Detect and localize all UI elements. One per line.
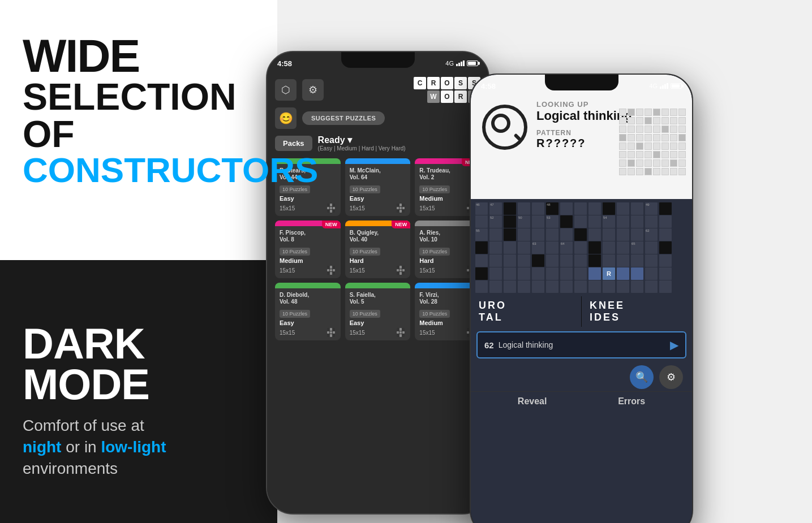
cw-cell-83 <box>659 267 672 280</box>
mini-cell-27 <box>645 134 652 141</box>
cw-cell-94 <box>617 280 629 293</box>
cw-cell-79: R <box>603 267 615 280</box>
mini-cell-2 <box>636 109 643 116</box>
cw-cell-70 <box>475 267 488 280</box>
cw-cell-61 <box>546 254 558 267</box>
crossword-number-grid: 46474849525053545562636465R <box>471 199 692 294</box>
cw-cell-16 <box>504 215 516 228</box>
smiley-icon[interactable]: 😊 <box>275 107 297 129</box>
cw-cell-71 <box>489 267 502 280</box>
cw-cell-34 <box>560 228 573 241</box>
cw-cell-67 <box>631 254 643 267</box>
cw-cell-10 <box>617 202 629 215</box>
mini-cell-49 <box>628 159 635 167</box>
mini-cell-26 <box>636 134 643 141</box>
puzzle-card-6[interactable]: D. Diebold, Vol. 4810 PuzzlesEasy15x15 <box>275 283 341 340</box>
mini-cell-62 <box>670 168 677 175</box>
cw-cell-25 <box>631 215 643 228</box>
puzzle-difficulty-0: Easy <box>280 195 336 202</box>
new-badge-4: NEW <box>392 221 410 228</box>
mini-cell-60 <box>653 168 660 175</box>
phones-container: 4:58 4G ⬡ <box>238 23 804 520</box>
phone2-status-icons: 4G <box>649 83 682 89</box>
mini-cell-61 <box>661 168 669 175</box>
headline-selection: SELECTION OF <box>23 78 260 153</box>
suggest-puzzles-button[interactable]: SUGGEST PUZZLES <box>302 111 385 125</box>
cw-cell-63 <box>574 254 587 267</box>
puzzle-card-1[interactable]: M. McClain, Vol. 6410 PuzzlesEasy15x15 <box>345 158 411 216</box>
puzzle-card-4[interactable]: NEWB. Quigley, Vol. 4010 PuzzlesHard15x1… <box>345 221 411 278</box>
exit-icon[interactable]: ⬡ <box>275 79 297 101</box>
puzzle-size-5: 15x15 <box>419 267 435 274</box>
mini-cell-37 <box>661 142 669 150</box>
mini-cell-57 <box>628 168 635 175</box>
cw-tile-c: C <box>414 77 426 89</box>
cw-cell-81 <box>631 267 643 280</box>
across-word-bottom: TAL <box>479 312 573 323</box>
cw-cell-50 <box>588 241 601 254</box>
clue-number: 62 <box>484 340 494 350</box>
dark-mode-section: DARK MODE Comfort of use at night or in … <box>23 323 260 479</box>
clue-arrow-icon: ▶ <box>670 338 678 352</box>
cw-cell-90 <box>560 280 573 293</box>
mini-cell-36 <box>653 142 660 150</box>
cw-cell-2 <box>504 202 516 215</box>
cw-cell-14 <box>475 215 488 228</box>
puzzle-card-7[interactable]: S. Faiella, Vol. 510 PuzzlesEasy15x15 <box>345 283 411 340</box>
gear-button[interactable]: ⚙ <box>659 365 683 389</box>
cw-cell-75 <box>546 267 558 280</box>
cw-cell-20 <box>560 215 573 228</box>
cw-cell-37 <box>603 228 615 241</box>
settings-icon[interactable]: ⚙ <box>302 79 324 101</box>
puzzles-badge-2: 10 Puzzles <box>419 185 450 193</box>
puzzle-size-2: 15x15 <box>419 205 435 211</box>
cw-cell-15: 52 <box>489 215 502 228</box>
cw-cell-11 <box>631 202 643 215</box>
cw-cell-3 <box>518 202 530 215</box>
cw-cell-57 <box>489 254 502 267</box>
cw-cell-26 <box>645 215 658 228</box>
cw-cell-31 <box>518 228 530 241</box>
mini-cell-3 <box>645 109 652 116</box>
cw-cell-72 <box>504 267 516 280</box>
search-button[interactable]: 🔍 <box>630 365 654 389</box>
headline-dark-mode: DARK MODE <box>23 323 260 405</box>
mini-cell-18 <box>636 126 643 133</box>
puzzle-author-6: D. Diebold, Vol. 48 <box>280 292 336 305</box>
action-buttons-row: 🔍 ⚙ <box>471 363 692 391</box>
cw-cell-85 <box>489 280 502 293</box>
puzzle-grid-icon-3 <box>327 266 336 275</box>
mini-cell-21 <box>661 126 669 133</box>
word-down: KNEE IDES <box>582 296 692 327</box>
mini-cell-63 <box>678 168 686 175</box>
cw-cell-64 <box>588 254 601 267</box>
puzzle-difficulty-7: Easy <box>350 319 406 326</box>
phone1: 4:58 4G ⬡ <box>266 51 489 515</box>
puzzle-card-3[interactable]: NEWF. Piscop, Vol. 810 PuzzlesMedium15x1… <box>275 221 341 278</box>
phone2-notch <box>545 75 618 90</box>
mini-cell-55 <box>678 159 686 167</box>
cw-cell-22 <box>588 215 601 228</box>
mini-cell-52 <box>653 159 660 167</box>
puzzle-size-4: 15x15 <box>350 267 365 274</box>
cw-cell-55 <box>659 241 672 254</box>
puzzles-badge-5: 10 Puzzles <box>419 248 450 256</box>
reveal-button[interactable]: Reveal <box>518 396 547 407</box>
headline-constructors: CONSTRUCTORS <box>23 153 260 188</box>
puzzles-badge-6: 10 Puzzles <box>280 310 310 318</box>
mini-cell-7 <box>678 109 686 116</box>
cw-cell-5: 48 <box>546 202 558 215</box>
battery-icon <box>467 60 478 66</box>
mini-cell-4 <box>653 109 660 116</box>
puzzle-grid-icon-0 <box>327 204 336 213</box>
cw-cell-53: 65 <box>631 241 643 254</box>
errors-button[interactable]: Errors <box>618 396 645 407</box>
ready-label[interactable]: Ready ▾ <box>318 135 480 145</box>
cw-cell-52 <box>617 241 629 254</box>
cw-tile-o: O <box>441 77 453 89</box>
cw-cell-73 <box>518 267 530 280</box>
cw-tile-r: R <box>427 77 440 89</box>
mini-cell-35 <box>645 142 652 150</box>
packs-button[interactable]: Packs <box>275 136 312 151</box>
cw-cell-49 <box>574 241 587 254</box>
